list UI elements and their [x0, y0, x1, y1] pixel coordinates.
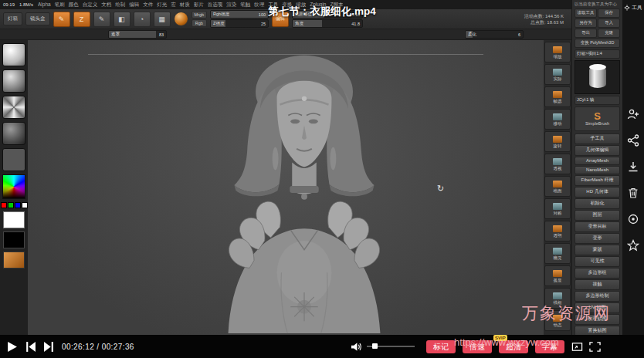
- slider-value: 83: [159, 32, 164, 37]
- matcap-flat-thumb[interactable]: [2, 148, 25, 171]
- record-icon[interactable]: [627, 213, 639, 225]
- tool-subpalette-header[interactable]: FiberMesh 纤维: [575, 175, 620, 186]
- tool-subpalette-header[interactable]: 可见性: [575, 256, 620, 267]
- tool-subpalette-header[interactable]: 变形目标: [575, 221, 620, 232]
- mask-slider[interactable]: 遮罩 83: [108, 30, 167, 39]
- shelf-button[interactable]: 移动: [544, 109, 571, 130]
- shelf-button[interactable]: 透视: [544, 154, 571, 174]
- video-title: 第七节：衣服细化.mp4: [0, 5, 644, 19]
- play-button[interactable]: [6, 341, 18, 353]
- right-shelf: 缩放 实际 帧选 移动 旋转 透视: [544, 40, 571, 335]
- shelf-button[interactable]: 幽灵: [544, 243, 571, 264]
- shelf-label: 透视: [554, 166, 562, 171]
- previous-button[interactable]: [25, 341, 36, 353]
- tool-subpalette-header[interactable]: 变形: [575, 233, 620, 244]
- tool-subpalette-header[interactable]: 子工具: [575, 133, 620, 144]
- tool-file-button[interactable]: 克隆: [598, 29, 620, 38]
- matcap-dark-thumb[interactable]: [2, 122, 25, 145]
- canvas-cursor-icon: ↻: [437, 184, 444, 194]
- shelf-icon: [553, 69, 562, 76]
- swatch-white-small[interactable]: [22, 202, 28, 208]
- shelf-icon: [553, 136, 562, 143]
- matcap-gray-thumb[interactable]: [2, 69, 25, 93]
- tool-file-button[interactable]: 另存为: [575, 19, 597, 28]
- shelf-button[interactable]: 地面: [544, 176, 571, 197]
- tool-file-button[interactable]: 导出: [575, 29, 597, 38]
- tool-subpalette-header[interactable]: 多边形组: [575, 268, 620, 279]
- player-button-label: 标记: [433, 343, 449, 351]
- tool-subpalette-header[interactable]: 多边形绘制: [575, 291, 620, 302]
- shelf-label: 缩放: [554, 54, 562, 59]
- shelf-button[interactable]: 透明: [544, 221, 571, 241]
- tool-file-button[interactable]: 导入: [598, 19, 620, 28]
- fullscreen-group: [571, 341, 601, 353]
- slider-label: 遮罩: [111, 32, 120, 37]
- shelf-label: 透明: [554, 233, 562, 238]
- slider-value: 41.8: [351, 22, 360, 26]
- shelf-label: 地面: [554, 188, 562, 193]
- simplebrush-thumbnail[interactable]: S SimpleBrush: [575, 106, 620, 131]
- video-player-frame: ABOUT 09:19 1.8M/s Alpha笔刷颜色自定义文档绘制编辑文件灯…: [0, 0, 644, 358]
- matcap-orange-thumb[interactable]: [3, 252, 25, 268]
- shelf-button[interactable]: 旋转: [544, 131, 571, 152]
- web-fullscreen-icon[interactable]: [571, 341, 583, 353]
- color-picker[interactable]: [2, 174, 25, 199]
- shelf-button[interactable]: 缩放: [544, 42, 571, 62]
- matcap-star-thumb[interactable]: [2, 96, 25, 119]
- player-feature-button[interactable]: 标记: [426, 340, 456, 353]
- left-palette: [0, 40, 28, 335]
- star-icon[interactable]: [627, 239, 639, 252]
- volume-slider[interactable]: [367, 346, 415, 347]
- shelf-button[interactable]: 孤显: [544, 265, 571, 286]
- shelf-label: 幽灵: [554, 255, 562, 260]
- angle-slider[interactable]: 角度 41.8: [292, 19, 363, 28]
- tool-subpalette-header[interactable]: HD 几何体: [575, 187, 620, 198]
- tool-subpalette-header[interactable]: 蒙版: [575, 245, 620, 255]
- shelf-icon: [553, 292, 562, 299]
- shelf-icon: [553, 270, 562, 277]
- tool-subpalette-header[interactable]: 初始化: [575, 198, 620, 209]
- make-polymesh-button[interactable]: 变换 PolyMesh3D: [575, 39, 620, 48]
- tool-subpalette-header[interactable]: NanoMesh: [575, 166, 620, 174]
- slider-label: 角度: [295, 21, 303, 26]
- fullscreen-icon[interactable]: [589, 341, 601, 353]
- tool-panel: 以当前变换工具为中心 读取工具保存另存为导入导出克隆 变换 PolyMesh3D…: [571, 0, 622, 335]
- share-icon[interactable]: [627, 134, 639, 147]
- swatch-black[interactable]: [3, 231, 25, 248]
- shelf-button[interactable]: 对称: [544, 198, 571, 219]
- swatch-white[interactable]: [3, 211, 25, 228]
- total-points: 总点数: 18.63 M: [524, 19, 564, 25]
- shelf-icon: [553, 203, 562, 210]
- trash-icon[interactable]: [627, 187, 639, 199]
- watermark-site: 万象资源网: [522, 302, 611, 324]
- overlay-sidebar: 工具: [622, 0, 644, 335]
- tool-subpalette-header[interactable]: 接触: [575, 279, 620, 290]
- shelf-button[interactable]: 帧选: [544, 86, 571, 107]
- swatch-blue[interactable]: [15, 202, 21, 208]
- tool-subpalette-header[interactable]: ArrayMesh: [575, 157, 620, 165]
- shelf-label: 帧选: [554, 99, 562, 103]
- volume-icon[interactable]: [351, 341, 362, 353]
- follow-icon[interactable]: [627, 108, 639, 120]
- shelf-icon: [553, 181, 562, 187]
- swatch-red[interactable]: [1, 202, 7, 208]
- lightbox-project-row[interactable]: 灯箱>项目1:4: [575, 49, 620, 59]
- rgb-button[interactable]: Rgb: [192, 19, 208, 27]
- sculpt-canvas[interactable]: ↻: [28, 40, 544, 335]
- active-tool-thumbnail[interactable]: [575, 60, 620, 94]
- matcap-white-thumb[interactable]: [2, 43, 25, 66]
- download-icon[interactable]: [627, 160, 639, 173]
- soften-slider[interactable]: 柔化 6: [465, 30, 524, 39]
- tool-subpalette-header[interactable]: 图层: [575, 210, 620, 221]
- shelf-icon: [553, 91, 562, 98]
- tool-subpalette-header[interactable]: 几何体编辑: [575, 145, 620, 156]
- swatch-green[interactable]: [8, 202, 14, 208]
- brush-name: SimpleBrush: [585, 121, 609, 126]
- shelf-button[interactable]: 实际: [544, 64, 571, 85]
- shelf-label: 对称: [554, 211, 562, 215]
- z-intensity-slider[interactable]: Z强度 25: [210, 19, 269, 28]
- next-button[interactable]: [43, 341, 55, 353]
- sculpt-model-bust: [205, 43, 403, 335]
- volume-knob[interactable]: [372, 343, 378, 349]
- axis-row[interactable]: JCyl:1 轴: [575, 96, 620, 105]
